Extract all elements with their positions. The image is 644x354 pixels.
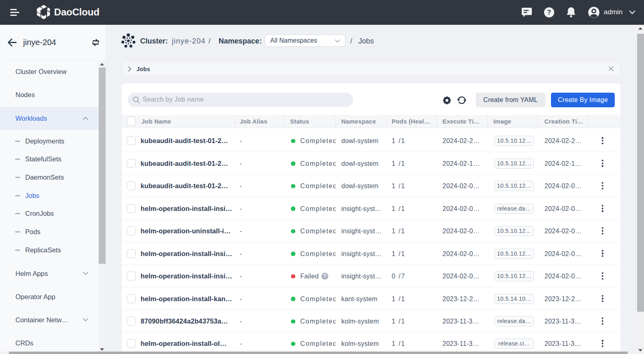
svg-text:?: ?: [547, 9, 551, 16]
